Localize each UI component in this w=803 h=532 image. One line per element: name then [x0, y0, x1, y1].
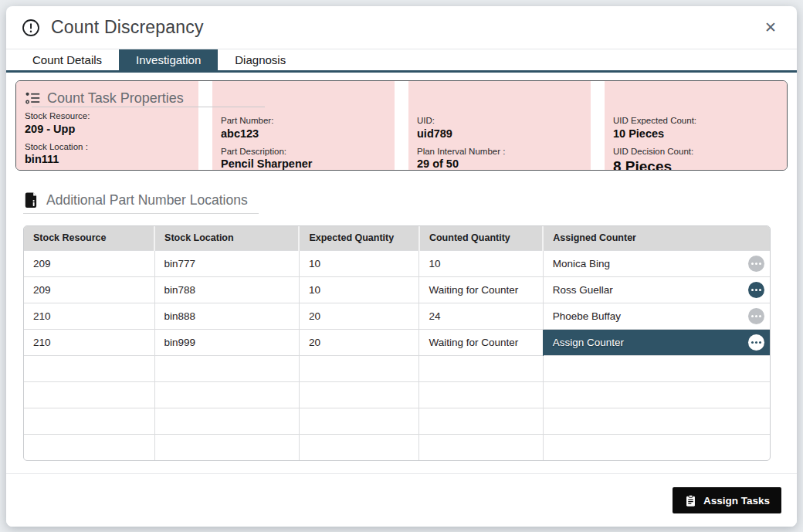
cell-expected-quantity: 10 [299, 276, 419, 303]
cell-stock-resource: 209 [24, 276, 154, 303]
col-header-assigned-counter: Assigned Counter [543, 226, 770, 250]
modal-header: Count Discrepancy ✕ [6, 6, 797, 49]
cell-stock-location: bin888 [154, 303, 299, 329]
empty-row [24, 408, 770, 434]
table-row: 210 bin888 20 24 Phoebe Buffay [24, 303, 770, 329]
modal-content: Count Task Properties Stock Resource: 20… [6, 73, 797, 461]
table-row: 209 bin788 10 Waiting for Counter Ross G… [24, 276, 770, 303]
cell-expected-quantity: 20 [299, 329, 419, 355]
modal-footer: Assign Tasks [6, 473, 797, 527]
cell-counted-quantity: 10 [419, 250, 543, 276]
tab-bar: Count Details Investigation Diagnosis [6, 49, 797, 73]
cell-assigned-counter: Ross Guellar [543, 276, 770, 303]
note-info-icon [23, 191, 39, 208]
ellipsis-menu-icon[interactable] [748, 334, 764, 351]
field-uid-decision-count: UID Decision Count: 8 Pieces [613, 146, 781, 171]
cell-stock-resource: 210 [24, 303, 154, 329]
tab-investigation[interactable]: Investigation [119, 49, 218, 70]
empty-row [24, 355, 770, 381]
cell-stock-resource: 210 [24, 329, 154, 355]
locations-section-header: Additional Part Number Locations [23, 191, 788, 208]
cell-counted-quantity: Waiting for Counter [419, 329, 543, 355]
empty-row [24, 381, 770, 408]
field-stock-location: Stock Location : bin111 [25, 141, 192, 168]
col-header-stock-resource: Stock Resource [24, 226, 154, 250]
section-underline [32, 107, 265, 107]
tab-diagnosis[interactable]: Diagnosis [218, 49, 303, 70]
cell-stock-location: bin999 [154, 329, 299, 355]
ellipsis-menu-icon[interactable] [748, 282, 764, 298]
cell-assigned-counter: Monica Bing [543, 250, 770, 276]
ellipsis-menu-icon[interactable] [748, 308, 764, 324]
cell-counted-quantity: Waiting for Counter [419, 276, 543, 303]
cell-expected-quantity: 20 [299, 303, 419, 329]
assign-tasks-button[interactable]: Assign Tasks [673, 487, 781, 513]
list-icon [25, 90, 40, 106]
cell-stock-location: bin777 [154, 250, 299, 276]
count-discrepancy-modal: Count Discrepancy ✕ Count Details Invest… [6, 6, 797, 527]
field-plan-interval-number: Plan Interval Number : 29 of 50 [417, 146, 584, 171]
field-stock-resource: Stock Resource: 209 - Upp [25, 110, 192, 137]
count-task-properties-panel: Count Task Properties Stock Resource: 20… [15, 80, 788, 171]
field-uid-expected-count: UID Expected Count: 10 Pieces [613, 115, 781, 142]
properties-section-title: Count Task Properties [47, 90, 184, 107]
close-icon[interactable]: ✕ [763, 19, 778, 36]
table-header-row: Stock Resource Stock Location Expected Q… [24, 226, 770, 250]
locations-section-title: Additional Part Number Locations [46, 192, 248, 208]
cell-assigned-counter: Phoebe Buffay [543, 303, 770, 329]
ellipsis-menu-icon[interactable] [748, 256, 764, 272]
field-part-number: Part Number: abc123 [221, 115, 388, 142]
cell-expected-quantity: 10 [299, 250, 419, 276]
col-header-expected-quantity: Expected Quantity [299, 226, 419, 250]
alert-circle-icon [22, 19, 40, 37]
locations-table: Stock Resource Stock Location Expected Q… [23, 225, 771, 461]
table-row: 209 bin777 10 10 Monica Bing [24, 250, 770, 276]
field-part-description: Part Description: Pencil Sharpener [221, 146, 388, 171]
modal-title: Count Discrepancy [51, 17, 204, 38]
col-header-counted-quantity: Counted Quantity [419, 226, 543, 250]
cell-stock-resource: 209 [24, 250, 154, 276]
tab-count-details[interactable]: Count Details [15, 49, 119, 70]
table-row: 210 bin999 20 Waiting for Counter Assign… [24, 329, 770, 355]
clipboard-icon [684, 494, 697, 507]
cell-assign-counter-highlighted[interactable]: Assign Counter [543, 329, 770, 355]
section-underline [23, 213, 259, 214]
cell-stock-location: bin788 [154, 276, 299, 303]
cell-counted-quantity: 24 [419, 303, 543, 329]
col-header-stock-location: Stock Location [154, 226, 299, 250]
field-uid: UID: uid789 [417, 115, 584, 142]
empty-row [24, 434, 770, 460]
